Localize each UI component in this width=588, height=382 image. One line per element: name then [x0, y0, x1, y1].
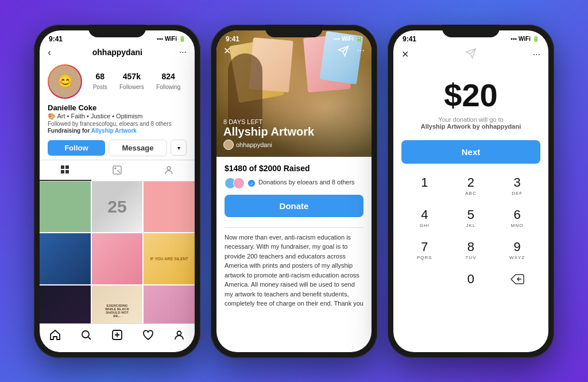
- more-button[interactable]: ···: [179, 47, 187, 57]
- photo-cell-3[interactable]: [144, 182, 195, 233]
- time-3: 9:41: [403, 35, 416, 43]
- photo-cell-2[interactable]: 25: [92, 182, 143, 233]
- fund-user-row: ohhappydani: [223, 140, 314, 150]
- key-4[interactable]: 4 GHI: [401, 202, 448, 234]
- fund-header-icons: ✕ ···: [216, 45, 372, 59]
- key-5[interactable]: 5 JKL: [448, 202, 494, 234]
- svg-rect-3: [65, 170, 69, 173]
- nav-profile-icon[interactable]: [173, 329, 185, 344]
- notch-2: [265, 25, 323, 37]
- avatar-ring[interactable]: 😊: [48, 64, 82, 99]
- battery-2: 🔋: [355, 36, 362, 42]
- tab-tags[interactable]: [91, 160, 143, 181]
- following-label: Following: [156, 84, 180, 90]
- tab-person[interactable]: [143, 160, 195, 181]
- time-1: 9:41: [49, 35, 63, 43]
- fund-name: Allyship Artwork: [223, 125, 314, 138]
- wifi-2: WiFi: [342, 36, 354, 42]
- key-3[interactable]: 3 DEF: [494, 169, 540, 202]
- stat-following[interactable]: 824 Following: [156, 72, 180, 91]
- profile-bio: Danielle Coke 🎨 Art • Faith • Justice • …: [40, 101, 195, 136]
- stat-posts[interactable]: 68 Posts: [93, 72, 107, 91]
- dropdown-button[interactable]: ▾: [171, 140, 187, 156]
- fundraising-link[interactable]: Allyship Artwork: [91, 128, 137, 134]
- fund-days: 8 DAYS LEFT: [223, 118, 314, 125]
- fund-donor-text: ✓ Donations by eloears and 8 others: [247, 179, 355, 187]
- svg-point-6: [167, 167, 171, 170]
- photo-cell-5[interactable]: [92, 233, 143, 284]
- fund-raised: $1480 of $2000 Raised: [225, 164, 363, 173]
- signal-3: ▪▪▪: [510, 36, 517, 42]
- profile-tabs: [40, 160, 195, 182]
- avatar: 😊: [49, 65, 81, 98]
- numpad: 1 2 ABC 3 DEF 4 GHI 5 JKL 6 MNO: [393, 169, 548, 292]
- nav-add-icon[interactable]: [111, 329, 123, 344]
- notch-3: [442, 25, 500, 37]
- fundraiser-screen: 9:41 ▪▪▪ WiFi 🔋 ✕ ··· 8 D: [216, 30, 372, 352]
- signal-icon: ▪▪▪: [157, 36, 163, 42]
- nav-home-icon[interactable]: [49, 329, 61, 344]
- wifi-3: WiFi: [519, 36, 531, 42]
- svg-rect-0: [61, 165, 64, 169]
- more-button-3[interactable]: ···: [533, 49, 540, 60]
- donate-amount-screen: 9:41 ▪▪▪ WiFi 🔋 ✕ ··· $20 Your donation …: [393, 30, 548, 352]
- nav-heart-icon[interactable]: [142, 329, 154, 344]
- key-1[interactable]: 1: [401, 169, 448, 202]
- fundraiser-image: 9:41 ▪▪▪ WiFi 🔋 ✕ ··· 8 D: [216, 30, 372, 157]
- key-0[interactable]: 0: [448, 266, 494, 292]
- battery-icon: 🔋: [179, 36, 185, 42]
- donor-avatars: [225, 178, 245, 189]
- bottom-nav: [40, 323, 195, 352]
- amount-label: Your donation will go to: [401, 116, 540, 123]
- close-button-3[interactable]: ✕: [401, 49, 409, 60]
- svg-point-5: [115, 168, 116, 169]
- key-8[interactable]: 8 TUV: [448, 234, 494, 266]
- share-button-2[interactable]: [338, 45, 349, 59]
- bio-topics: 🎨 Art • Faith • Justice • Optimism: [48, 113, 187, 120]
- svg-rect-2: [61, 170, 64, 173]
- fund-desc: Now more than ever, anti-racism educatio…: [225, 233, 363, 308]
- photo-cell-4[interactable]: [40, 233, 91, 284]
- stats-row: 68 Posts 457k Followers 824 Following: [87, 72, 187, 91]
- photo-cell-6[interactable]: IF YOU ARE SILENT: [144, 233, 195, 284]
- fund-donors: ✓ Donations by eloears and 8 others: [225, 178, 363, 189]
- status-icons-1: ▪▪▪ WiFi 🔋: [157, 36, 185, 42]
- donate-button[interactable]: Donate: [225, 195, 363, 217]
- key-2[interactable]: 2 ABC: [448, 169, 494, 202]
- more-button-2[interactable]: ···: [357, 45, 365, 59]
- fund-username: ohhappydani: [236, 141, 272, 148]
- notch-1: [88, 25, 146, 37]
- profile-screen: 9:41 ▪▪▪ WiFi 🔋 ‹ ohhappydani ··· 😊 68 P…: [40, 30, 195, 352]
- time-2: 9:41: [226, 35, 239, 43]
- next-button[interactable]: Next: [401, 140, 540, 164]
- close-button-2[interactable]: ✕: [223, 45, 231, 59]
- photo-cell-1[interactable]: [40, 182, 91, 233]
- nav-search-icon[interactable]: [80, 329, 92, 344]
- svg-rect-1: [65, 165, 69, 169]
- follow-button[interactable]: Follow: [48, 140, 105, 156]
- bio-emoji: 🎨: [48, 113, 56, 119]
- phone-1: 9:41 ▪▪▪ WiFi 🔋 ‹ ohhappydani ··· 😊 68 P…: [34, 25, 200, 358]
- profile-actions: Follow Message ▾: [40, 136, 195, 160]
- key-backspace[interactable]: [494, 266, 540, 292]
- wifi-icon: WiFi: [165, 36, 177, 42]
- amount-fund: Allyship Artwork by ohhappydani: [401, 123, 540, 130]
- key-6[interactable]: 6 MNO: [494, 202, 540, 234]
- status-icons-3: ▪▪▪ WiFi 🔋: [510, 36, 539, 42]
- share-button-3[interactable]: [465, 48, 477, 61]
- message-button[interactable]: Message: [109, 140, 167, 156]
- fund-body: $1480 of $2000 Raised ✓ Donations by elo…: [216, 157, 372, 315]
- followers-label: Followers: [119, 84, 144, 90]
- followers-count: 457k: [119, 72, 144, 81]
- posts-label: Posts: [93, 84, 107, 90]
- fund-user-avatar: [223, 140, 234, 150]
- key-7[interactable]: 7 PQRS: [401, 234, 448, 266]
- phone-2: 9:41 ▪▪▪ WiFi 🔋 ✕ ··· 8 D: [211, 25, 377, 358]
- stat-followers[interactable]: 457k Followers: [119, 72, 144, 91]
- back-button[interactable]: ‹: [48, 47, 51, 59]
- key-9[interactable]: 9 WXYZ: [494, 234, 540, 266]
- donate-header: ✕ ···: [393, 45, 548, 65]
- bio-followed: Followed by francescofogu, eloears and 8…: [48, 121, 187, 127]
- fund-title-area: 8 DAYS LEFT Allyship Artwork ohhappydani: [223, 118, 314, 150]
- tab-grid[interactable]: [40, 160, 91, 181]
